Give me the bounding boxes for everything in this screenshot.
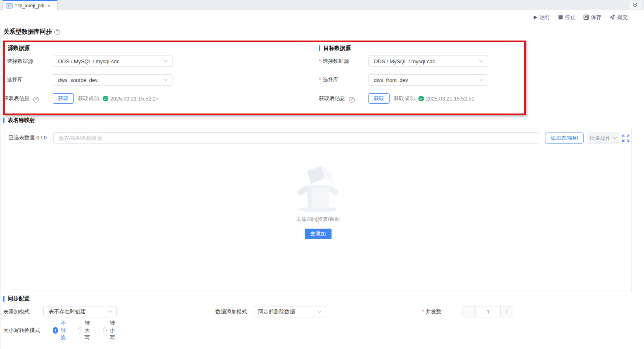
- action-toolbar: 运行 停止 保存 提交: [0, 11, 644, 24]
- save-label: 保存: [591, 14, 601, 21]
- mapping-section-title: 表名称映射: [8, 117, 35, 124]
- data-add-mode-select[interactable]: 同步前删除数据: [253, 306, 326, 317]
- target-fetch-button[interactable]: 获取: [368, 93, 390, 104]
- tab-tp-xueji-pdi[interactable]: P * tp_xueji_pdi ×: [2, 0, 58, 11]
- concurrency-value[interactable]: 1: [476, 306, 500, 317]
- source-fetch-label: 获取表信息 ?: [3, 93, 39, 104]
- run-button[interactable]: 运行: [533, 14, 550, 21]
- source-datasource-label: 选择数据源: [3, 56, 33, 67]
- count-label-text: 已选表数量: [9, 135, 35, 141]
- app-window: P * tp_xueji_pdi × 运行 停止: [0, 0, 644, 349]
- mapping-panel: 已选表数量 0 / 0 添加表/视图 批量操作: [4, 128, 632, 291]
- radio-to-lowercase[interactable]: 转小写: [103, 319, 118, 341]
- stop-icon: [558, 15, 563, 19]
- radio-label: 不转换: [61, 319, 67, 341]
- submit-button[interactable]: 提交: [610, 14, 628, 21]
- page-help-icon[interactable]: ?: [54, 29, 60, 35]
- expand-arrows-icon: [622, 135, 629, 142]
- chevron-down-icon: [479, 78, 484, 81]
- section-accent-bar: [3, 296, 4, 302]
- chevron-down-icon: [108, 310, 112, 313]
- case-mode-radio-group: 不转换 转大写 转小写: [53, 325, 118, 336]
- chevron-down-icon: [613, 137, 617, 139]
- chevron-down-icon: [163, 60, 168, 63]
- empty-state-text: 未添加同步表/视图: [4, 216, 631, 223]
- increment-button[interactable]: +: [500, 306, 513, 317]
- source-status-time: 2025.03.21 15:52:27: [110, 96, 159, 102]
- source-datasource-select[interactable]: ODS / MySQL / mysql-cdc: [53, 56, 172, 67]
- go-add-button[interactable]: 去添加: [305, 229, 332, 239]
- source-section-title: 源数据源: [8, 45, 30, 52]
- play-icon: [533, 15, 538, 20]
- target-db-value: dws_front_dev: [374, 77, 479, 83]
- table-add-mode-value: 表不存在时创建: [49, 308, 108, 315]
- submit-label: 提交: [617, 14, 628, 21]
- mapping-section-header: 表名称映射: [3, 117, 35, 124]
- chevron-down-icon: [317, 310, 322, 313]
- radio-icon: [53, 327, 58, 334]
- target-status-time: 2025.03.21 15:52:51: [426, 96, 474, 102]
- fullscreen-expand-button[interactable]: [622, 135, 629, 142]
- collapse-tabs-button[interactable]: [629, 1, 641, 9]
- save-button[interactable]: 保存: [584, 14, 601, 21]
- table-search-input[interactable]: [53, 132, 539, 143]
- source-db-select[interactable]: dws_source_dev: [53, 74, 172, 86]
- table-add-mode-label: 表添加模式: [3, 306, 30, 317]
- target-fetch-label-text: 获取表信息: [319, 95, 345, 101]
- sync-config-section-header: 同步配置: [3, 295, 30, 302]
- stop-button[interactable]: 停止: [558, 14, 575, 21]
- selected-table-count: 已选表数量 0 / 0: [9, 132, 47, 143]
- source-db-label: 选择库: [3, 74, 23, 86]
- target-db-select[interactable]: dws_front_dev: [368, 74, 488, 86]
- run-label: 运行: [540, 14, 550, 21]
- case-mode-row: 大小写转换模式 不转换 转大写 转小写: [3, 325, 40, 336]
- success-check-icon: ✓: [418, 96, 424, 101]
- success-check-icon: ✓: [103, 96, 108, 101]
- data-add-mode-value: 同步前删除数据: [258, 308, 317, 315]
- stop-label: 停止: [565, 14, 575, 21]
- batch-operation-button[interactable]: 批量操作: [588, 133, 619, 143]
- fetch-help-icon[interactable]: ?: [349, 97, 355, 103]
- source-fetch-label-text: 获取表信息: [3, 95, 30, 101]
- radio-icon: [78, 327, 82, 334]
- fetch-help-icon[interactable]: ?: [33, 97, 39, 103]
- radio-to-uppercase[interactable]: 转大写: [78, 319, 93, 341]
- data-add-mode-label: 数据添加模式: [215, 306, 247, 317]
- concurrency-label: 并发数: [422, 306, 442, 317]
- radio-no-convert[interactable]: 不转换: [53, 319, 67, 341]
- page-left-border: [0, 24, 1, 349]
- tab-bar: P * tp_xueji_pdi ×: [0, 0, 644, 10]
- section-accent-bar: [319, 45, 320, 51]
- target-section-title: 目标数据源: [323, 45, 351, 52]
- empty-box-illustration: [294, 162, 342, 213]
- decrement-button[interactable]: −: [463, 306, 476, 317]
- target-datasource-value: ODS / MySQL / mysql-cdc: [374, 58, 479, 64]
- paper-plane-icon: [610, 15, 615, 20]
- target-section-header: 目标数据源: [319, 45, 351, 52]
- source-status-text: 获取成功,: [78, 95, 101, 102]
- section-accent-bar: [3, 45, 4, 51]
- chevron-down-icon: [479, 60, 484, 63]
- target-datasource-select[interactable]: ODS / MySQL / mysql-cdc: [368, 56, 488, 67]
- add-table-view-button[interactable]: 添加表/视图: [545, 133, 584, 143]
- table-add-mode-select[interactable]: 表不存在时创建: [43, 306, 117, 317]
- source-fetch-button[interactable]: 获取: [53, 93, 74, 104]
- section-accent-bar: [3, 118, 4, 123]
- source-db-value: dws_source_dev: [58, 77, 163, 83]
- source-fetch-status: 获取成功, ✓ 2025.03.21 15:52:27: [78, 93, 159, 104]
- empty-state: 未添加同步表/视图 去添加: [4, 162, 631, 239]
- pipeline-file-icon: P: [6, 3, 13, 9]
- tab-title: * tp_xueji_pdi: [15, 3, 44, 9]
- target-fetch-label: 获取表信息 ?: [319, 93, 355, 104]
- chevron-down-icon: [163, 78, 168, 81]
- count-value: 0 / 0: [37, 135, 47, 141]
- page-title: 关系型数据库同步: [3, 28, 52, 36]
- target-status-text: 获取成功,: [394, 95, 416, 102]
- tab-close-icon[interactable]: ×: [47, 3, 51, 9]
- concurrency-stepper: − 1 +: [463, 306, 513, 317]
- batch-operation-label: 批量操作: [590, 135, 611, 142]
- radio-label: 转小写: [110, 319, 118, 341]
- source-section-header: 源数据源: [3, 45, 30, 52]
- save-icon: [584, 15, 589, 20]
- source-datasource-value: ODS / MySQL / mysql-cdc: [58, 58, 163, 64]
